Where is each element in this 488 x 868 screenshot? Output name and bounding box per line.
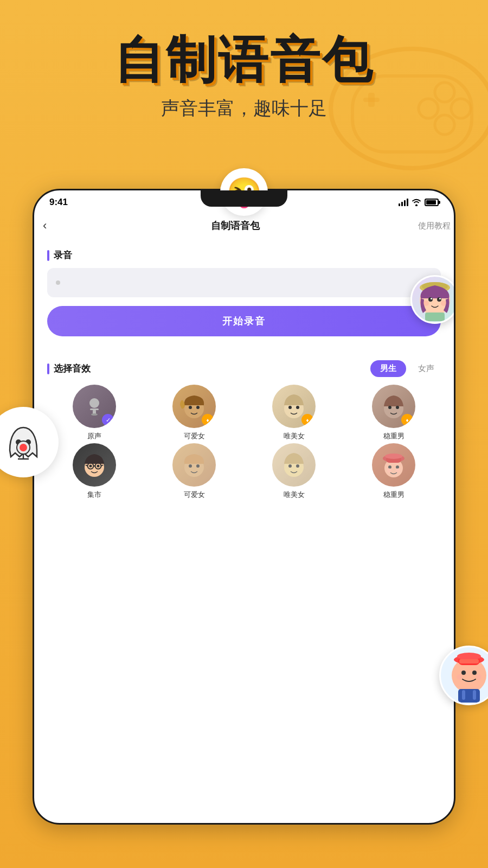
svg-point-34 [441,301,446,306]
effects-header: 选择音效 男生 女声 [47,360,441,377]
nav-title: 自制语音包 [211,219,260,232]
battery-icon [425,199,439,206]
svg-point-41 [189,406,192,409]
svg-point-68 [396,465,399,469]
effect-avatar-cute-girl-1: ♦ [172,385,216,428]
svg-point-55 [89,465,92,468]
effect-label-elegant-girl-2: 唯美女 [284,490,305,500]
svg-point-31 [431,298,432,299]
effect-item-steady-male-1[interactable]: ♦ 稳重男 [346,385,441,441]
section-bar-indicator [47,250,49,261]
effect-item-market[interactable]: 集市 [47,443,142,500]
effect-avatar-original: ✓ [73,385,116,428]
effect-avatar-elegant-girl-2 [272,443,316,487]
recording-header: 录音 [47,249,441,261]
coin-badge-1: ♦ [202,414,214,426]
effects-grid-row1: ✓ 原声 [47,385,441,441]
svg-point-21 [457,674,462,680]
phone-frame: 9:41 ‹ 自制语音包 使用教程 [33,189,455,825]
back-button[interactable]: ‹ [37,216,52,235]
waveform-dot [56,280,60,285]
effects-title-area: 选择音效 [47,362,91,375]
character-right-svg [442,646,488,705]
record-button[interactable]: 开始录音 [47,306,441,336]
coin-badge-3: ♦ [401,414,413,426]
svg-point-33 [423,301,429,306]
tab-male[interactable]: 男生 [370,360,406,377]
svg-point-48 [396,406,399,409]
phone-content: 录音 [34,242,454,500]
svg-point-47 [388,406,391,409]
effect-label-elegant-girl-1: 唯美女 [284,431,305,441]
svg-point-32 [439,298,441,299]
svg-rect-23 [458,689,480,703]
effect-label-cute-girl-2: 可爱女 [184,490,205,500]
svg-point-29 [428,297,433,302]
effect-avatar-steady-male-2 [372,443,415,487]
waveform-area [47,268,441,297]
svg-point-66 [385,454,402,459]
svg-point-20 [472,671,477,675]
effect-avatar-elegant-girl-1: ♦ [272,385,316,428]
svg-rect-35 [425,312,445,321]
effect-item-original[interactable]: ✓ 原声 [47,385,142,441]
effects-label: 选择音效 [54,362,91,375]
signal-icon [399,199,408,206]
svg-rect-24 [462,690,465,700]
status-icons [399,199,439,206]
effects-bar-indicator [47,363,49,374]
sub-title: 声音丰富，趣味十足 [0,96,488,121]
recording-section: 录音 [45,242,443,354]
coin-badge-2: ♦ [301,414,313,426]
effect-label-steady-male-1: 稳重男 [383,431,404,441]
effect-label-original: 原声 [87,431,101,441]
effect-avatar-market [73,443,116,487]
svg-point-56 [97,465,100,468]
svg-point-42 [196,406,200,409]
effect-label-steady-male-2: 稳重男 [383,490,404,500]
status-time: 9:41 [49,197,68,208]
svg-point-62 [296,464,299,468]
svg-point-39 [91,413,98,416]
girl-avatar-svg [413,278,455,321]
effect-item-elegant-girl-1[interactable]: ♦ 唯美女 [247,385,341,441]
effect-avatar-cute-girl-2 [172,443,216,487]
wifi-icon [412,199,421,206]
svg-point-58 [189,464,192,468]
title-area: 自制语音包 声音丰富，趣味十足 [0,33,488,121]
effect-label-market: 集市 [87,490,101,500]
effects-tabs: 男生 女声 [370,360,441,377]
svg-point-22 [476,674,481,680]
effects-grid-row2: 集市 可爱女 [47,443,441,500]
svg-point-59 [196,464,200,468]
svg-point-69 [387,468,391,473]
svg-point-70 [396,468,400,473]
effect-item-steady-male-2[interactable]: 稳重男 [346,443,441,500]
effect-item-cute-girl-2[interactable]: 可爱女 [147,443,241,500]
phone-notch [201,190,287,207]
effect-avatar-steady-male-1: ♦ [372,385,415,428]
effect-item-elegant-girl-2[interactable]: 唯美女 [247,443,341,500]
recording-label: 录音 [54,249,72,261]
svg-point-17 [457,653,481,660]
svg-point-67 [388,465,391,469]
svg-point-11 [20,444,27,451]
svg-rect-18 [459,659,479,663]
svg-point-44 [288,406,292,409]
svg-point-36 [89,398,99,408]
effects-section: 选择音效 男生 女声 [45,354,443,500]
nav-action[interactable]: 使用教程 [418,221,451,231]
effect-item-cute-girl-1[interactable]: ♦ 可爱女 [147,385,241,441]
ghost-mic-svg [0,418,48,467]
main-title: 自制语音包 [0,33,488,87]
svg-point-19 [461,671,466,675]
svg-rect-37 [90,409,99,410]
check-badge: ✓ [102,414,114,426]
svg-point-61 [288,464,292,468]
effect-label-cute-girl-1: 可爱女 [184,431,205,441]
tab-female[interactable]: 女声 [412,360,441,377]
svg-point-30 [437,297,441,302]
svg-point-45 [296,406,299,409]
svg-rect-25 [473,690,476,700]
girl-avatar [410,275,455,324]
